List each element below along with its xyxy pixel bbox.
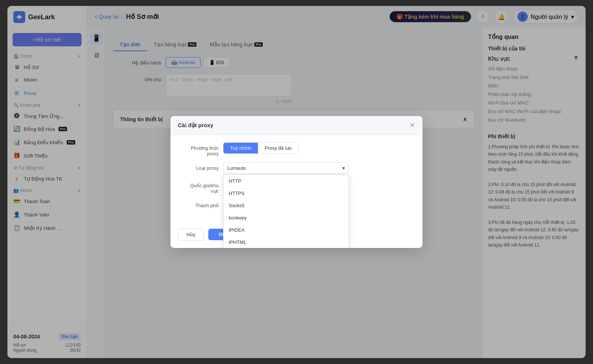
proxy-type-option-ipidea[interactable]: IPIDEA — [223, 224, 349, 236]
proxy-type-option-iphtml[interactable]: IPHTML — [223, 236, 349, 248]
country-label: Quốc gia/khuvực — [178, 180, 219, 194]
proxy-type-content: Lumauto ▾ HTTP HTTPS Socks5 kookeey IPID… — [223, 162, 415, 174]
cancel-button[interactable]: Hủy — [178, 228, 204, 241]
proxy-modal: Cài đặt proxy ✕ Phương thức proxy Tuỳ ch… — [170, 116, 423, 248]
proxy-type-option-https[interactable]: HTTPS — [223, 187, 349, 199]
proxy-method-label: Phương thức proxy — [178, 142, 219, 156]
modal-body: Phương thức proxy Tuỳ chỉnh Proxy đã lưu… — [170, 135, 423, 225]
dropdown-chevron-icon: ▾ — [342, 165, 345, 171]
proxy-da-luu-tab[interactable]: Proxy đã lưu — [258, 143, 298, 153]
modal-overlay: Cài đặt proxy ✕ Phương thức proxy Tuỳ ch… — [7, 6, 586, 358]
proxy-method-row: Phương thức proxy Tuỳ chỉnh Proxy đã lưu — [178, 142, 415, 156]
proxy-type-option-http[interactable]: HTTP — [223, 175, 349, 187]
city-label: Thành phố — [178, 200, 219, 208]
proxy-type-dropdown-list: HTTP HTTPS Socks5 kookeey IPIDEA IPHTML … — [223, 175, 349, 248]
proxy-type-dropdown: Lumauto ▾ HTTP HTTPS Socks5 kookeey IPID… — [223, 162, 349, 174]
proxy-type-label: Loại proxy — [178, 162, 219, 171]
tuy-chinh-tab[interactable]: Tuỳ chỉnh — [223, 143, 258, 153]
modal-header: Cài đặt proxy ✕ — [170, 116, 423, 135]
proxy-type-option-kookeey[interactable]: kookeey — [223, 212, 349, 224]
proxy-method-content: Tuỳ chỉnh Proxy đã lưu — [223, 142, 415, 154]
proxy-type-selected: Lumauto — [227, 165, 246, 171]
proxy-type-row: Loại proxy Lumauto ▾ HTTP HTTPS Socks5 — [178, 162, 415, 174]
modal-close-button[interactable]: ✕ — [410, 121, 415, 129]
proxy-method-tabs: Tuỳ chỉnh Proxy đã lưu — [223, 142, 299, 154]
proxy-type-trigger[interactable]: Lumauto ▾ — [223, 162, 349, 174]
modal-title: Cài đặt proxy — [178, 122, 213, 129]
proxy-type-option-socks5[interactable]: Socks5 — [223, 199, 349, 212]
